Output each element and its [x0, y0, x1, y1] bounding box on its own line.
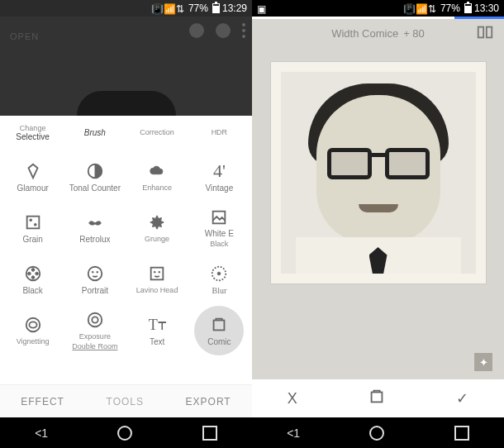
- svg-point-9: [31, 275, 35, 279]
- tool-portrait[interactable]: Portrait: [64, 253, 126, 304]
- bottom-tabs: EFFECT TOOLS EXPORT: [0, 384, 252, 417]
- nav-home-icon[interactable]: [369, 426, 384, 441]
- tool-comic[interactable]: Comic: [188, 304, 250, 355]
- svg-point-3: [34, 223, 36, 226]
- open-label[interactable]: OPEN: [10, 31, 39, 41]
- tool-brush[interactable]: Brush: [64, 119, 126, 147]
- looks-icon[interactable]: [189, 23, 204, 38]
- frame-icon: [208, 314, 230, 336]
- signal-icon: 📶: [416, 3, 426, 13]
- android-nav-bar: <1 <1: [0, 417, 504, 448]
- frame-style-button[interactable]: [368, 388, 386, 410]
- apply-button[interactable]: ✓: [456, 389, 468, 407]
- cloud-icon: [146, 160, 168, 182]
- tool-text[interactable]: TᴛText: [126, 304, 188, 355]
- cancel-button[interactable]: X: [288, 390, 297, 407]
- signal-icon: 📶: [164, 3, 174, 13]
- svg-point-8: [35, 272, 38, 275]
- editor-header-left: OPEN: [0, 17, 252, 116]
- svg-point-2: [30, 218, 32, 221]
- mobile-data-icon: ⇅: [176, 3, 186, 13]
- svg-rect-25: [372, 392, 383, 402]
- tool-change[interactable]: ChangeSelective: [2, 119, 64, 147]
- tool-correction[interactable]: Correction: [126, 119, 188, 147]
- status-bar-left: 📳 📶 ⇅ 77% 13:29: [0, 0, 252, 17]
- image-icon: [208, 207, 230, 227]
- clock: 13:29: [222, 2, 247, 14]
- vibrate-icon: 📳: [151, 3, 161, 13]
- bookmark-icon[interactable]: ✦: [474, 353, 492, 371]
- text-icon: Tᴛ: [146, 314, 168, 336]
- tool-tonal-counter[interactable]: Tonal Counter: [64, 150, 126, 202]
- edit-action-bar: X ✓: [252, 379, 504, 417]
- tab-effect[interactable]: EFFECT: [21, 396, 64, 407]
- splat-icon: [146, 212, 168, 233]
- tool-grunge[interactable]: Grunge: [126, 202, 188, 253]
- svg-point-10: [88, 266, 102, 280]
- tools-row-labels: ChangeSelective Brush Correction HDR: [0, 116, 252, 147]
- battery-icon: [212, 3, 220, 13]
- svg-point-6: [31, 268, 35, 271]
- nav-recent-icon[interactable]: [202, 426, 217, 441]
- mustache-icon: [84, 212, 106, 233]
- overflow-menu-icon[interactable]: [242, 23, 245, 38]
- portrait-photo: [281, 72, 476, 274]
- svg-point-15: [159, 271, 160, 273]
- tool-enhance[interactable]: Enhance: [126, 150, 188, 202]
- photo-preview-dimmed: [77, 91, 176, 116]
- tab-export[interactable]: EXPORT: [186, 396, 231, 407]
- tool-lavino-head[interactable]: Lavino Head: [126, 253, 188, 304]
- tool-vintage[interactable]: 4'Vintage: [188, 150, 250, 202]
- tool-hdr[interactable]: HDR: [188, 119, 250, 147]
- tool-white-e[interactable]: White EBlack: [188, 202, 250, 253]
- tool-black[interactable]: Black: [2, 253, 64, 304]
- tool-exposure[interactable]: ExposureDouble Room: [64, 304, 126, 355]
- svg-point-11: [92, 271, 93, 273]
- info-icon[interactable]: [216, 23, 231, 38]
- photo-frame: [271, 62, 486, 284]
- battery-pct: 77%: [440, 2, 460, 14]
- tools-panel: ChangeSelective Brush Correction HDR Gla…: [0, 116, 252, 384]
- battery-pct: 77%: [188, 2, 208, 14]
- four-icon: 4': [208, 160, 230, 182]
- top-tab-indicator[interactable]: [252, 17, 504, 19]
- tab-tools[interactable]: TOOLS: [107, 396, 144, 407]
- adjustment-label: Width Comice: [331, 27, 398, 40]
- svg-rect-23: [478, 26, 483, 37]
- svg-rect-1: [26, 216, 39, 228]
- tool-vignetting[interactable]: Vignetting: [2, 304, 64, 355]
- reel-icon: [22, 263, 44, 284]
- svg-point-12: [97, 271, 98, 273]
- svg-point-21: [92, 317, 97, 322]
- svg-point-19: [29, 322, 36, 327]
- adjustment-value: + 80: [403, 27, 425, 40]
- nav-home-icon[interactable]: [117, 426, 132, 441]
- nav-back-label[interactable]: <1: [287, 427, 300, 440]
- nav-back-label[interactable]: <1: [35, 427, 48, 440]
- vignette-icon: [22, 314, 44, 336]
- face-icon: [84, 263, 106, 284]
- clock: 13:30: [474, 2, 499, 14]
- diamond-icon: [22, 160, 44, 182]
- svg-rect-4: [213, 211, 226, 223]
- mobile-data-icon: ⇅: [428, 3, 438, 13]
- svg-point-20: [88, 313, 102, 327]
- dotcircle-icon: [208, 263, 230, 284]
- nav-recent-icon[interactable]: [454, 426, 469, 441]
- svg-point-7: [27, 272, 31, 275]
- tool-grain[interactable]: Grain: [2, 202, 64, 253]
- status-bar-right: ▣ 📳 📶 ⇅ 77% 13:30: [252, 0, 504, 17]
- facebox-icon: [146, 263, 168, 284]
- vibrate-icon: 📳: [403, 3, 413, 13]
- tool-blur[interactable]: Blur: [188, 253, 250, 304]
- svg-point-18: [26, 318, 40, 332]
- tool-retrolux[interactable]: Retrolux: [64, 202, 126, 253]
- svg-rect-13: [151, 268, 164, 280]
- canvas-area[interactable]: [252, 47, 504, 379]
- tool-glamour[interactable]: Glamour: [2, 150, 64, 202]
- screenshot-icon: ▣: [257, 3, 267, 13]
- dice-icon: [22, 212, 44, 233]
- svg-point-17: [218, 272, 221, 275]
- adjustment-header[interactable]: Width Comice + 80: [252, 19, 504, 47]
- compare-icon[interactable]: [476, 23, 494, 44]
